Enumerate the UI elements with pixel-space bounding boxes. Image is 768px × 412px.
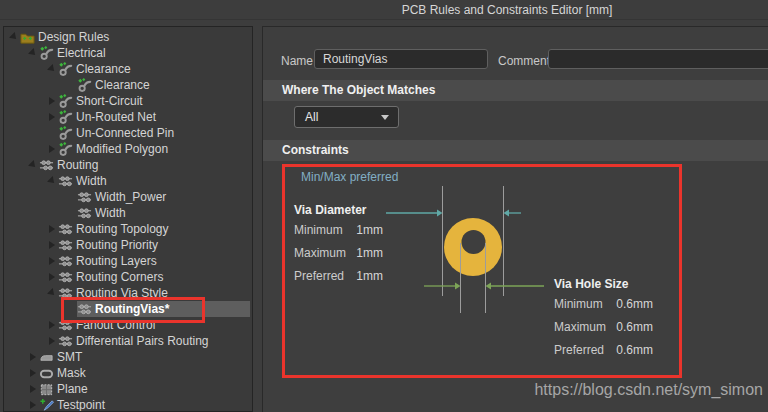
routing-rule-icon [77,302,92,317]
tree-item-routing-topology[interactable]: Routing Topology [4,221,252,237]
tree-item-routing-priority[interactable]: Routing Priority [4,237,252,253]
electrical-rule-icon [58,94,73,109]
tree-item-clearance-rule[interactable]: Clearance [4,77,252,93]
via-diameter-preferred-value[interactable]: 1mm [356,269,383,283]
expand-toggle-icon[interactable] [46,175,58,187]
routing-rule-icon [58,318,73,333]
via-diagram [381,181,561,321]
expand-toggle-icon[interactable] [46,143,58,155]
via-hole-minimum-row: Minimum 0.6mm [554,297,653,311]
tree-spacer [65,191,77,203]
design-rules-folder-icon [20,30,35,45]
mask-rule-icon [39,366,54,381]
via-diameter-minimum-row: Minimum 1mm [294,223,383,237]
tree-item-routing[interactable]: Routing [4,157,252,173]
expand-toggle-icon[interactable] [46,319,58,331]
tree-item-routing-via-style[interactable]: Routing Via Style [4,285,252,301]
expand-toggle-icon[interactable] [46,287,58,299]
tree-spacer [65,207,77,219]
expand-toggle-icon[interactable] [27,383,39,395]
plane-rule-icon [39,382,54,397]
rule-name-input[interactable] [314,49,488,69]
electrical-rule-icon [58,110,73,125]
via-hole-preferred-value[interactable]: 0.6mm [616,343,653,357]
routing-rule-icon [58,270,73,285]
expand-toggle-icon[interactable] [27,47,39,59]
via-hole-size-title: Via Hole Size [554,277,628,291]
routing-rule-icon [39,158,54,173]
routing-rule-icon [58,334,73,349]
tree-item-routing-corners[interactable]: Routing Corners [4,269,252,285]
via-hole [462,230,486,254]
tree-item-width-power[interactable]: Width_Power [4,189,252,205]
routing-rule-icon [58,286,73,301]
via-hole-preferred-row: Preferred 0.6mm [554,343,653,357]
smt-rule-icon [39,350,54,365]
tree-item-width-rule[interactable]: Width [4,205,252,221]
selection-highlight: RoutingVias* [77,301,250,317]
electrical-rule-icon [77,78,92,93]
tree-item-design-rules[interactable]: Design Rules [4,29,252,45]
electrical-rule-icon [39,46,54,61]
tree-spacer [46,127,58,139]
tree-item-short-circuit[interactable]: Short-Circuit [4,93,252,109]
expand-toggle-icon[interactable] [46,95,58,107]
watermark-url: https://blog.csdn.net/sym_simon [534,381,763,399]
tree-item-fanout-control[interactable]: Fanout Control [4,317,252,333]
expand-toggle-icon[interactable] [8,31,20,43]
expand-toggle-icon[interactable] [46,63,58,75]
tree-item-plane[interactable]: Plane [4,381,252,397]
dialog-title: PCB Rules and Constraints Editor [mm] [280,3,734,17]
electrical-rule-icon [58,126,73,141]
via-hole-maximum-value[interactable]: 0.6mm [616,320,653,334]
tree-item-mask[interactable]: Mask [4,365,252,381]
expand-toggle-icon[interactable] [27,351,39,363]
expand-toggle-icon[interactable] [46,111,58,123]
expand-toggle-icon[interactable] [27,399,39,411]
tree-item-differential-pairs-routing[interactable]: Differential Pairs Routing [4,333,252,349]
via-diameter-preferred-row: Preferred 1mm [294,269,383,283]
scope-select[interactable]: All [294,106,399,128]
constraints-header: Constraints [263,140,768,161]
via-diameter-title: Via Diameter [294,203,367,217]
tree-spacer [65,79,77,91]
via-hole-maximum-row: Maximum 0.6mm [554,320,653,334]
tree-item-smt[interactable]: SMT [4,349,252,365]
expand-toggle-icon[interactable] [46,335,58,347]
via-diameter-maximum-row: Maximum 1mm [294,246,383,260]
routing-rule-icon [77,206,92,221]
routing-rule-icon [58,174,73,189]
via-hole-minimum-value[interactable]: 0.6mm [616,297,653,311]
tree-item-width[interactable]: Width [4,173,252,189]
tree-item-modified-polygon[interactable]: Modified Polygon [4,141,252,157]
expand-toggle-icon[interactable] [46,271,58,283]
tree-item-routingvias-selected[interactable]: RoutingVias* [4,301,252,317]
design-rules-tree: Design Rules Electrical Clearance Cleara… [3,26,253,412]
via-diameter-maximum-value[interactable]: 1mm [356,246,383,260]
tree-item-un-connected-pin[interactable]: Un-Connected Pin [4,125,252,141]
tree-item-clearance[interactable]: Clearance [4,61,252,77]
tree-spacer [65,303,77,315]
routing-rule-icon [58,238,73,253]
routing-rule-icon [58,254,73,269]
tree-item-testpoint[interactable]: Testpoint [4,397,252,412]
electrical-rule-icon [58,142,73,157]
tree-item-un-routed-net[interactable]: Un-Routed Net [4,109,252,125]
dialog-titlebar: PCB Rules and Constraints Editor [mm] [0,0,768,20]
via-diameter-minimum-value[interactable]: 1mm [356,223,383,237]
testpoint-rule-icon [39,398,54,412]
expand-toggle-icon[interactable] [27,159,39,171]
expand-toggle-icon[interactable] [46,239,58,251]
expand-toggle-icon[interactable] [46,255,58,267]
electrical-rule-icon [58,62,73,77]
expand-toggle-icon[interactable] [46,223,58,235]
tree-item-electrical[interactable]: Electrical [4,45,252,61]
expand-toggle-icon[interactable] [27,367,39,379]
where-object-matches-header: Where The Object Matches [263,80,768,101]
chevron-down-icon [381,115,389,120]
scope-selected-value: All [305,110,318,124]
comment-label: Comment [498,54,550,68]
tree-item-routing-layers[interactable]: Routing Layers [4,253,252,269]
routing-rule-icon [77,190,92,205]
rule-comment-input[interactable] [548,49,768,69]
